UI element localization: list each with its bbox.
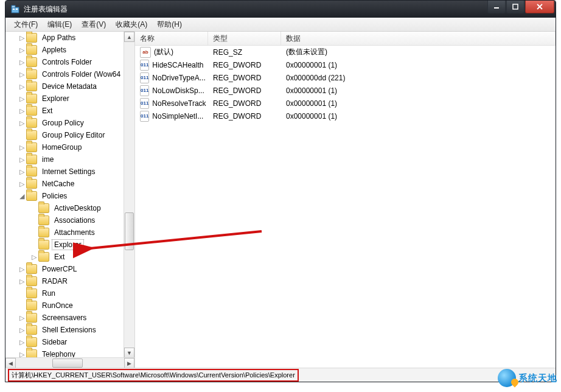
regedit-icon (10, 4, 20, 14)
expand-icon[interactable]: ▷ (18, 265, 26, 273)
tree-node[interactable]: ▷ActiveDesktop (5, 202, 134, 214)
menu-file[interactable]: 文件(F) (9, 18, 43, 31)
scroll-htrack[interactable] (16, 358, 124, 368)
tree-node[interactable]: ▷HomeGroup (5, 141, 134, 153)
tree-node[interactable]: ◢Policies (5, 190, 134, 202)
values-panel: 名称 类型 数据 ab(默认)REG_SZ(数值未设置)011HideSCAHe… (135, 32, 556, 368)
tree-node[interactable]: ▷Applets (5, 44, 134, 56)
titlebar[interactable]: 注册表编辑器 (5, 1, 556, 18)
collapse-icon[interactable]: ◢ (18, 192, 26, 200)
tree-node[interactable]: ▷Explorer (5, 93, 134, 105)
values-list[interactable]: ab(默认)REG_SZ(数值未设置)011HideSCAHealthREG_D… (135, 46, 556, 122)
expand-icon[interactable]: ▷ (18, 83, 26, 91)
tree-node[interactable]: ▷RunOnce (5, 299, 134, 312)
expand-icon[interactable]: ▷ (18, 58, 26, 66)
value-data: (数值未设置) (281, 46, 556, 58)
tree-node-label: Device Metadata (40, 81, 99, 92)
column-type[interactable]: 类型 (208, 32, 281, 45)
values-header[interactable]: 名称 类型 数据 (135, 32, 556, 46)
tree-node[interactable]: ▷NetCache (5, 178, 134, 190)
tree-node[interactable]: ▷Controls Folder (5, 56, 134, 68)
expand-icon[interactable]: ▷ (18, 314, 26, 322)
column-data[interactable]: 数据 (281, 32, 556, 45)
expand-icon[interactable]: ▷ (18, 180, 26, 188)
menu-view[interactable]: 查看(V) (77, 18, 111, 31)
maximize-button[interactable] (506, 1, 524, 13)
tree-node[interactable]: ▷Sidebar (5, 336, 134, 348)
registry-editor-window: 注册表编辑器 文件(F) 编辑(E) 查看(V) 收藏夹(A) 帮助(H) ▷A… (5, 0, 556, 382)
tree-node[interactable]: ▷Associations (5, 214, 134, 226)
tree-node[interactable]: ▷Run (5, 287, 134, 299)
tree-node[interactable]: ▷App Paths (5, 32, 134, 44)
value-type: REG_DWORD (208, 60, 281, 70)
expand-icon[interactable]: ▷ (18, 119, 26, 127)
scroll-up-arrow-icon[interactable]: ▲ (124, 32, 134, 42)
tree-node-label: App Paths (40, 32, 78, 43)
scroll-hthumb[interactable] (52, 359, 83, 368)
menu-edit[interactable]: 编辑(E) (43, 18, 77, 31)
expand-icon[interactable]: ▷ (18, 326, 26, 334)
tree-node[interactable]: ▷Screensavers (5, 312, 134, 324)
folder-icon (26, 82, 37, 91)
folder-icon (26, 69, 37, 79)
tree-node-label: Run (40, 288, 58, 299)
tree-node[interactable]: ▷Group Policy Editor (5, 129, 134, 141)
tree-node[interactable]: ▷Device Metadata (5, 80, 134, 93)
tree-node[interactable]: ▷RADAR (5, 275, 134, 287)
tree-node[interactable]: ▷Group Policy (5, 117, 134, 129)
tree-node[interactable]: ▷Ext (5, 251, 134, 263)
menu-favorites[interactable]: 收藏夹(A) (111, 18, 152, 31)
expand-icon[interactable]: ▷ (18, 156, 26, 164)
folder-icon (26, 276, 37, 286)
tree-node[interactable]: ▷Internet Settings (5, 166, 134, 178)
close-button[interactable] (525, 1, 554, 13)
tree-node-label: Group Policy (40, 117, 86, 128)
scroll-right-arrow-icon[interactable]: ▶ (124, 358, 134, 368)
tree-vertical-scrollbar[interactable]: ▲ ▼ (124, 32, 134, 358)
tree-horizontal-scrollbar[interactable]: ◀ ▶ (5, 357, 134, 368)
tree-panel: ▷App Paths▷Applets▷Controls Folder▷Contr… (5, 32, 135, 368)
tree-view[interactable]: ▷App Paths▷Applets▷Controls Folder▷Contr… (5, 32, 134, 358)
expand-icon[interactable]: ▷ (18, 278, 26, 285)
expand-icon[interactable]: ▷ (18, 168, 26, 176)
scroll-left-arrow-icon[interactable]: ◀ (5, 358, 16, 368)
tree-node[interactable]: ▷ime (5, 153, 134, 166)
tree-node-label: Controls Folder (Wow64 (40, 69, 123, 80)
tree-node[interactable]: ▷Shell Extensions (5, 324, 134, 336)
expand-icon[interactable]: ▷ (18, 95, 26, 103)
expand-icon[interactable]: ▷ (30, 253, 38, 261)
scroll-vtrack[interactable] (124, 42, 134, 348)
value-data: 0x00000001 (1) (281, 99, 556, 108)
value-row[interactable]: 011NoResolveTrackREG_DWORD0x00000001 (1) (135, 97, 556, 110)
tree-node[interactable]: ▷PowerCPL (5, 263, 134, 275)
tree-node[interactable]: ▷Attachments (5, 226, 134, 239)
value-row[interactable]: 011HideSCAHealthREG_DWORD0x00000001 (1) (135, 58, 556, 71)
expand-icon[interactable]: ▷ (18, 144, 26, 152)
expand-icon[interactable]: ▷ (18, 34, 26, 42)
folder-icon (26, 264, 37, 274)
scroll-down-arrow-icon[interactable]: ▼ (124, 348, 134, 358)
expand-icon[interactable]: ▷ (18, 71, 26, 79)
expand-icon[interactable]: ▷ (18, 46, 26, 54)
tree-node[interactable]: ▷Telephony (5, 348, 134, 358)
value-row[interactable]: 011NoSimpleNetI...REG_DWORD0x00000001 (1… (135, 110, 556, 122)
value-row[interactable]: 011NoDriveTypeA...REG_DWORD0x000000dd (2… (135, 71, 556, 84)
tree-node[interactable]: ▷Ext (5, 105, 134, 117)
tree-node-label: Sidebar (40, 337, 69, 348)
string-value-icon: ab (140, 47, 151, 58)
column-name[interactable]: 名称 (135, 32, 208, 45)
expand-icon[interactable]: ▷ (18, 338, 26, 346)
value-row[interactable]: 011NoLowDiskSp...REG_DWORD0x00000001 (1) (135, 84, 556, 97)
menu-help[interactable]: 帮助(H) (152, 18, 187, 31)
content-area: ▷App Paths▷Applets▷Controls Folder▷Contr… (5, 32, 556, 368)
value-row[interactable]: ab(默认)REG_SZ(数值未设置) (135, 46, 556, 58)
scroll-vthumb[interactable] (125, 212, 134, 250)
tree-node[interactable]: ▷Explorer (5, 239, 134, 251)
expand-icon[interactable]: ▷ (18, 107, 26, 115)
svg-rect-5 (513, 4, 518, 9)
tree-node[interactable]: ▷Controls Folder (Wow64 (5, 68, 134, 80)
value-name: NoResolveTrack (152, 99, 206, 108)
minimize-button[interactable] (487, 1, 506, 13)
binary-value-icon: 011 (140, 60, 149, 71)
window-buttons (487, 1, 554, 13)
